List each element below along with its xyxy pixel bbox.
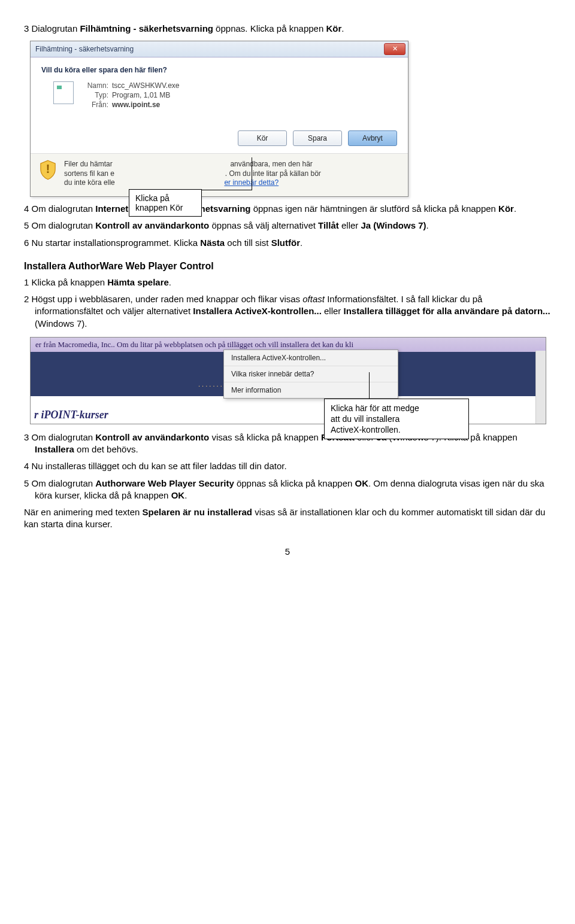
t: OK	[171, 490, 185, 500]
file-icon	[53, 81, 74, 104]
close-icon[interactable]: ✕	[384, 43, 405, 55]
t: sortens fil kan e	[64, 169, 114, 178]
t: eller	[339, 220, 361, 230]
t: Om dialogrutan	[32, 203, 96, 214]
t: du inte köra elle	[64, 178, 115, 187]
final-paragraph: När en animering med texten Spelaren är …	[24, 506, 551, 531]
callout-run: Klicka på knappen Kör	[129, 189, 202, 217]
callout-connector	[369, 372, 370, 399]
t: Högst upp i webbläsaren, under raden med…	[32, 294, 303, 304]
scrollbar[interactable]	[535, 351, 546, 424]
footer-text: Filer du hämtar användbara, men den här …	[64, 160, 400, 188]
t: Om dialogrutan	[32, 220, 96, 230]
step-num: 6	[24, 238, 29, 248]
text: öppnas. Klicka på knappen	[213, 23, 326, 34]
step-6: 6 Nu startar installationsprogrammet. Kl…	[24, 237, 551, 249]
file-info: Namn: tscc_AWSHKWV.exe Typ: Program, 1,0…	[41, 81, 397, 109]
t: Kör	[498, 203, 514, 214]
menu-install-activex[interactable]: Installera ActiveX-kontrollen...	[224, 350, 398, 366]
t: Om dialogrutan	[32, 478, 96, 488]
step-num: 3	[24, 23, 29, 34]
t: .	[184, 490, 187, 500]
t: Tillåt	[318, 220, 339, 230]
t: öppnas så välj alternativet	[209, 220, 318, 230]
c-step-3: 3 Om dialogrutan Kontroll av användarkon…	[24, 431, 551, 456]
t: Kontroll av användarkonto	[95, 220, 209, 230]
text: Dialogrutan	[32, 23, 80, 34]
l3: ActiveX-kontrollen.	[331, 425, 401, 434]
l1: Klicka här för att medge	[331, 403, 419, 413]
t: Klicka på knappen	[32, 277, 108, 287]
file-download-dialog: Filhämtning - säkerhetsvarning ✕ Vill du…	[30, 41, 408, 197]
c-step-4: 4 Nu installeras tillägget och du kan se…	[24, 460, 551, 472]
text: Filhämtning - säkerhetsvarning	[80, 23, 213, 34]
step-num: 5	[24, 220, 29, 230]
t: Spelaren är nu installerad	[143, 507, 252, 517]
t: om det behövs.	[74, 444, 138, 454]
l2: att du vill installera	[331, 414, 400, 424]
step-num: 5	[24, 478, 29, 488]
t: Ja (Windows 7)	[361, 220, 426, 230]
t: Nästa	[200, 238, 225, 248]
menu-more-info[interactable]: Mer information	[224, 382, 398, 398]
t: OK	[355, 478, 369, 488]
dialog-titlebar: Filhämtning - säkerhetsvarning ✕	[31, 41, 408, 57]
ipoint-brand: r iPOINT-kurser	[34, 409, 108, 421]
t: Kontroll av användarkonto	[95, 432, 209, 442]
t: användbara, men den här	[230, 160, 312, 168]
shield-icon: !	[39, 160, 57, 180]
step-num: 1	[24, 277, 29, 287]
t: .	[300, 238, 302, 248]
c-step-5: 5 Om dialogrutan Authorware Web Player S…	[24, 478, 551, 502]
t: visas så klicka på knappen	[209, 432, 321, 442]
label-type: Typ:	[82, 91, 112, 99]
b-step-1: 1 Klicka på knappen Hämta spelare.	[24, 276, 551, 288]
dialog-title: Filhämtning - säkerhetsvarning	[35, 45, 134, 53]
run-button[interactable]: Kör	[238, 130, 287, 146]
step-num: 4	[24, 203, 29, 214]
t: Installera ActiveX-kontrollen...	[193, 306, 322, 316]
label-name: Namn:	[82, 81, 112, 90]
section-heading: Installera AuthorWare Web Player Control	[24, 261, 551, 272]
dialog-question: Vill du köra eller spara den här filen?	[41, 66, 397, 74]
cancel-button[interactable]: Avbryt	[348, 130, 397, 146]
t: eller	[322, 306, 344, 316]
save-button[interactable]: Spara	[293, 130, 342, 146]
t: .	[514, 203, 516, 214]
t: .	[426, 220, 429, 230]
step-5: 5 Om dialogrutan Kontroll av användarkon…	[24, 220, 551, 232]
page-number: 5	[24, 546, 551, 557]
t: (Windows 7).	[35, 318, 87, 329]
t: och till sist	[225, 238, 271, 248]
step-3: 3 Dialogrutan Filhämtning - säkerhetsvar…	[24, 23, 551, 35]
callout-activex: Klicka här för att medge att du vill ins…	[324, 399, 469, 440]
t: Installera	[35, 444, 74, 454]
value-from: www.ipoint.se	[112, 101, 179, 109]
file-kv: Namn: tscc_AWSHKWV.exe Typ: Program, 1,0…	[82, 81, 179, 109]
step-num: 2	[24, 294, 29, 304]
t: öppnas igen när hämtningen är slutförd s…	[251, 203, 499, 214]
t: öppnas så klicka på knappen	[234, 478, 355, 488]
t: oftast	[302, 294, 325, 304]
t: När en animering med texten	[24, 507, 143, 517]
t: Nu installeras tillägget och du kan se a…	[32, 461, 287, 471]
t: Authorware Web Player Security	[95, 478, 234, 488]
t: Hämta spelare	[107, 277, 169, 287]
step-4: 4 Om dialogrutan Internet Explorer - Säk…	[24, 203, 551, 215]
brand-text: r iPOINT-kurser	[34, 409, 108, 421]
t: Om dialogrutan	[32, 432, 96, 442]
dialog-body: Vill du köra eller spara den här filen? …	[31, 57, 408, 127]
dialog-screenshot-wrap: Filhämtning - säkerhetsvarning ✕ Vill du…	[24, 41, 551, 197]
menu-risks[interactable]: Vilka risker innebär detta?	[224, 366, 398, 382]
svg-text:!: !	[46, 162, 50, 175]
text: .	[341, 23, 344, 34]
t: .	[169, 277, 171, 287]
callout-connector	[252, 157, 252, 190]
activex-screenshot: er från Macromedia, Inc.. Om du litar på…	[30, 337, 546, 424]
dialog-buttons: Kör Spara Avbryt	[31, 127, 408, 153]
t: Slutför	[271, 238, 300, 248]
context-menu: Installera ActiveX-kontrollen... Vilka r…	[223, 349, 398, 399]
callout-line2: knappen Kör	[135, 203, 183, 212]
text: Kör	[326, 23, 341, 34]
callout-connector	[195, 190, 252, 190]
